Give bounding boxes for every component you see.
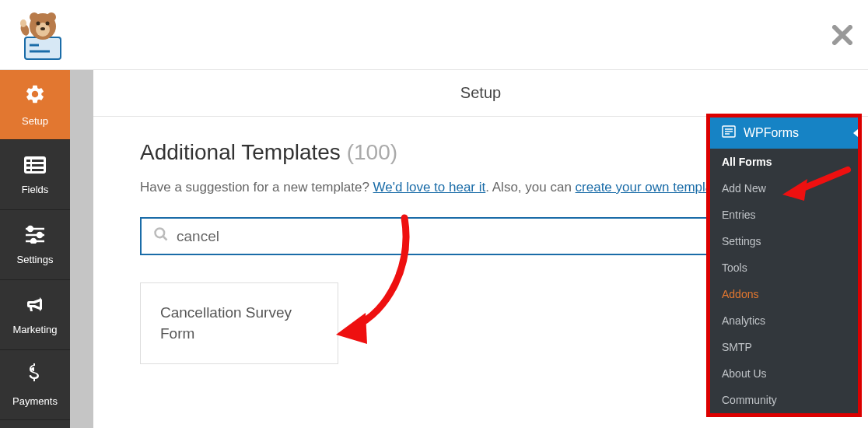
wpforms-logo: [16, 8, 70, 62]
svg-rect-16: [32, 160, 44, 162]
svg-point-5: [47, 12, 56, 22]
menu-item-tools[interactable]: Tools: [710, 254, 858, 281]
sidebar-item-settings[interactable]: Settings: [0, 210, 70, 280]
sidebar-item-label: Settings: [17, 254, 54, 265]
sidebar-item-marketing[interactable]: Marketing: [0, 280, 70, 350]
bullhorn-icon: [24, 294, 46, 319]
svg-rect-17: [26, 164, 30, 167]
svg-point-11: [20, 19, 26, 27]
menu-item-addons[interactable]: Addons: [710, 281, 858, 307]
svg-point-24: [37, 233, 42, 237]
menu-item-analytics[interactable]: Analytics: [710, 307, 858, 334]
svg-rect-0: [25, 37, 61, 59]
gear-icon: [24, 83, 46, 111]
sidebar-item-setup[interactable]: Setup: [0, 70, 70, 140]
suggestion-link[interactable]: We'd love to hear it: [373, 180, 486, 195]
menu-item-about-us[interactable]: About Us: [710, 360, 858, 387]
builder-sidebar: Setup Fields Settings Marketing Payments: [0, 70, 70, 428]
collapse-caret-icon: [853, 129, 858, 137]
svg-point-27: [156, 229, 165, 238]
sidebar-item-label: Setup: [22, 115, 48, 127]
sidebar-item-label: Marketing: [12, 324, 57, 335]
svg-point-9: [40, 27, 45, 30]
template-card-cancellation-survey[interactable]: Cancellation Survey Form: [140, 282, 338, 364]
close-button[interactable]: [832, 17, 852, 52]
svg-point-4: [30, 12, 39, 22]
section-title-text: Additional Templates: [140, 140, 341, 164]
wpforms-menu-header[interactable]: WPForms: [710, 118, 858, 149]
sidebar-item-label: Fields: [22, 184, 49, 195]
dollar-icon: [27, 363, 43, 391]
wpforms-menu-body: All Forms Add New Entries Settings Tools…: [710, 149, 858, 413]
sidebar-item-label: Payments: [12, 395, 58, 407]
svg-rect-20: [32, 169, 44, 171]
page-title: Setup: [93, 70, 868, 117]
svg-point-8: [46, 21, 50, 25]
menu-item-entries[interactable]: Entries: [710, 202, 858, 228]
list-icon: [24, 154, 46, 179]
svg-point-7: [37, 21, 40, 25]
sidebar-item-payments[interactable]: Payments: [0, 350, 70, 420]
wpforms-menu-title: WPForms: [744, 126, 799, 140]
menu-item-settings[interactable]: Settings: [710, 228, 858, 254]
menu-item-add-new[interactable]: Add New: [710, 175, 858, 202]
sliders-icon: [24, 224, 46, 249]
svg-rect-18: [32, 164, 44, 167]
wpforms-admin-menu: WPForms All Forms Add New Entries Settin…: [706, 114, 862, 417]
menu-item-all-forms[interactable]: All Forms: [710, 149, 858, 175]
svg-line-28: [163, 237, 167, 240]
svg-point-22: [28, 226, 33, 231]
sidebar-item-fields[interactable]: Fields: [0, 140, 70, 210]
menu-item-smtp[interactable]: SMTP: [710, 334, 858, 360]
svg-rect-15: [26, 160, 30, 162]
search-icon: [153, 226, 169, 246]
wpforms-header-icon: [722, 125, 736, 141]
template-count: (100): [347, 140, 397, 164]
template-card-title: Cancellation Survey Form: [160, 304, 292, 342]
menu-item-community[interactable]: Community: [710, 387, 858, 413]
top-bar: [0, 0, 868, 70]
svg-point-26: [31, 239, 36, 244]
svg-rect-19: [26, 169, 30, 171]
